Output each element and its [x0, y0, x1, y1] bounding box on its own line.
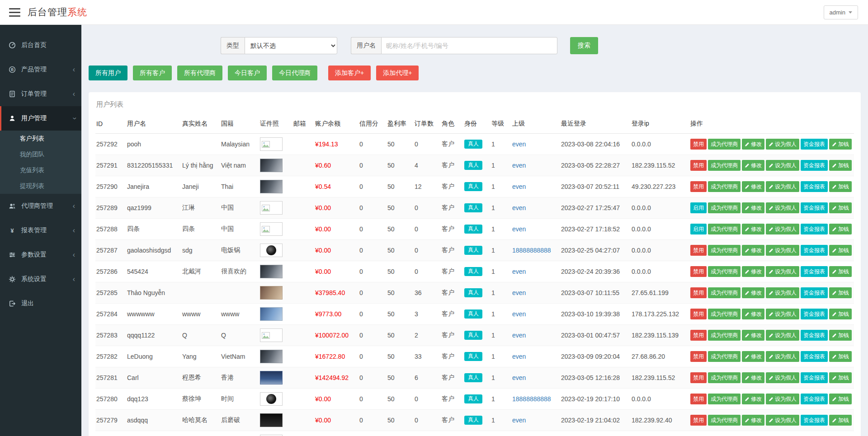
edit-button[interactable]: 修改: [742, 181, 764, 192]
add-money-button[interactable]: 加钱: [829, 160, 852, 171]
become-agent-button[interactable]: 成为代理商: [708, 160, 741, 171]
toggle-status-button[interactable]: 禁用: [690, 160, 707, 171]
id-photo[interactable]: [260, 222, 283, 236]
become-agent-button[interactable]: 成为代理商: [708, 224, 741, 234]
fund-report-button[interactable]: 资金报表: [801, 309, 828, 319]
set-fake-button[interactable]: 设为假人: [766, 394, 799, 404]
toggle-status-button[interactable]: 禁用: [690, 415, 707, 426]
set-fake-button[interactable]: 设为假人: [766, 202, 799, 213]
parent-link[interactable]: even: [512, 183, 526, 190]
parent-link[interactable]: even: [512, 353, 526, 360]
add-agent-button[interactable]: 添加代理+: [376, 66, 419, 80]
sidebar-item-reports[interactable]: ¥ 报表管理 ‹: [0, 218, 81, 243]
sidebar-item-logout[interactable]: 退出: [0, 291, 81, 316]
edit-button[interactable]: 修改: [742, 394, 764, 404]
become-agent-button[interactable]: 成为代理商: [708, 287, 741, 298]
add-money-button[interactable]: 加钱: [829, 415, 852, 426]
id-photo[interactable]: [260, 265, 283, 278]
today-customers-button[interactable]: 今日客户: [228, 66, 267, 80]
set-fake-button[interactable]: 设为假人: [766, 181, 799, 192]
sidebar-item-users[interactable]: 用户管理 ‹: [0, 106, 81, 131]
add-money-button[interactable]: 加钱: [829, 245, 852, 256]
id-photo[interactable]: [260, 180, 283, 193]
edit-button[interactable]: 修改: [742, 309, 764, 319]
id-photo[interactable]: [260, 328, 283, 342]
hamburger-menu-icon[interactable]: [9, 8, 20, 17]
fund-report-button[interactable]: 资金报表: [801, 287, 828, 298]
set-fake-button[interactable]: 设为假人: [766, 266, 799, 277]
become-agent-button[interactable]: 成为代理商: [708, 245, 741, 256]
id-photo[interactable]: [260, 392, 283, 406]
parent-link[interactable]: 18888888888: [512, 247, 551, 254]
parent-link[interactable]: even: [512, 374, 526, 381]
sidebar-item-recharge-list[interactable]: 充值列表: [0, 162, 81, 178]
set-fake-button[interactable]: 设为假人: [766, 245, 799, 256]
add-money-button[interactable]: 加钱: [829, 224, 852, 234]
edit-button[interactable]: 修改: [742, 139, 764, 150]
fund-report-button[interactable]: 资金报表: [801, 415, 828, 426]
toggle-status-button[interactable]: 禁用: [690, 394, 707, 404]
id-photo[interactable]: [260, 159, 283, 172]
fund-report-button[interactable]: 资金报表: [801, 245, 828, 256]
fund-report-button[interactable]: 资金报表: [801, 139, 828, 150]
all-agents-button[interactable]: 所有代理商: [177, 66, 222, 80]
fund-report-button[interactable]: 资金报表: [801, 330, 828, 341]
become-agent-button[interactable]: 成为代理商: [708, 139, 741, 150]
add-money-button[interactable]: 加钱: [829, 330, 852, 341]
add-money-button[interactable]: 加钱: [829, 266, 852, 277]
sidebar-item-withdraw-list[interactable]: 提现列表: [0, 178, 81, 194]
fund-report-button[interactable]: 资金报表: [801, 181, 828, 192]
edit-button[interactable]: 修改: [742, 202, 764, 213]
sidebar-item-customer-list[interactable]: 客户列表: [0, 131, 81, 146]
fund-report-button[interactable]: 资金报表: [801, 266, 828, 277]
add-money-button[interactable]: 加钱: [829, 372, 852, 383]
parent-link[interactable]: 18888888888: [512, 395, 551, 403]
add-money-button[interactable]: 加钱: [829, 139, 852, 150]
become-agent-button[interactable]: 成为代理商: [708, 266, 741, 277]
become-agent-button[interactable]: 成为代理商: [708, 351, 741, 362]
edit-button[interactable]: 修改: [742, 160, 764, 171]
set-fake-button[interactable]: 设为假人: [766, 330, 799, 341]
all-customers-button[interactable]: 所有客户: [133, 66, 172, 80]
add-money-button[interactable]: 加钱: [829, 181, 852, 192]
toggle-status-button[interactable]: 禁用: [690, 330, 707, 341]
user-menu[interactable]: admin: [824, 5, 858, 19]
set-fake-button[interactable]: 设为假人: [766, 415, 799, 426]
fund-report-button[interactable]: 资金报表: [801, 160, 828, 171]
edit-button[interactable]: 修改: [742, 245, 764, 256]
become-agent-button[interactable]: 成为代理商: [708, 309, 741, 319]
edit-button[interactable]: 修改: [742, 330, 764, 341]
sidebar-item-my-team[interactable]: 我的团队: [0, 146, 81, 162]
parent-link[interactable]: even: [512, 417, 526, 424]
toggle-status-button[interactable]: 禁用: [690, 181, 707, 192]
toggle-status-button[interactable]: 禁用: [690, 287, 707, 298]
sidebar-item-system[interactable]: 系统设置 ‹: [0, 267, 81, 291]
set-fake-button[interactable]: 设为假人: [766, 309, 799, 319]
fund-report-button[interactable]: 资金报表: [801, 351, 828, 362]
edit-button[interactable]: 修改: [742, 287, 764, 298]
set-fake-button[interactable]: 设为假人: [766, 287, 799, 298]
become-agent-button[interactable]: 成为代理商: [708, 372, 741, 383]
edit-button[interactable]: 修改: [742, 415, 764, 426]
edit-button[interactable]: 修改: [742, 372, 764, 383]
parent-link[interactable]: even: [512, 141, 526, 148]
fund-report-button[interactable]: 资金报表: [801, 372, 828, 383]
toggle-status-button[interactable]: 禁用: [690, 372, 707, 383]
set-fake-button[interactable]: 设为假人: [766, 224, 799, 234]
toggle-status-button[interactable]: 启用: [690, 202, 707, 213]
add-money-button[interactable]: 加钱: [829, 202, 852, 213]
set-fake-button[interactable]: 设为假人: [766, 351, 799, 362]
sidebar-item-agents[interactable]: 代理商管理 ‹: [0, 194, 81, 218]
sidebar-item-params[interactable]: 参数设置 ‹: [0, 243, 81, 267]
become-agent-button[interactable]: 成为代理商: [708, 394, 741, 404]
toggle-status-button[interactable]: 禁用: [690, 309, 707, 319]
id-photo[interactable]: [260, 413, 283, 427]
id-photo[interactable]: [260, 244, 283, 257]
type-select[interactable]: 默认不选: [245, 37, 337, 54]
toggle-status-button[interactable]: 启用: [690, 224, 707, 234]
add-customer-button[interactable]: 添加客户+: [328, 66, 371, 80]
become-agent-button[interactable]: 成为代理商: [708, 330, 741, 341]
toggle-status-button[interactable]: 禁用: [690, 266, 707, 277]
toggle-status-button[interactable]: 禁用: [690, 351, 707, 362]
become-agent-button[interactable]: 成为代理商: [708, 202, 741, 213]
